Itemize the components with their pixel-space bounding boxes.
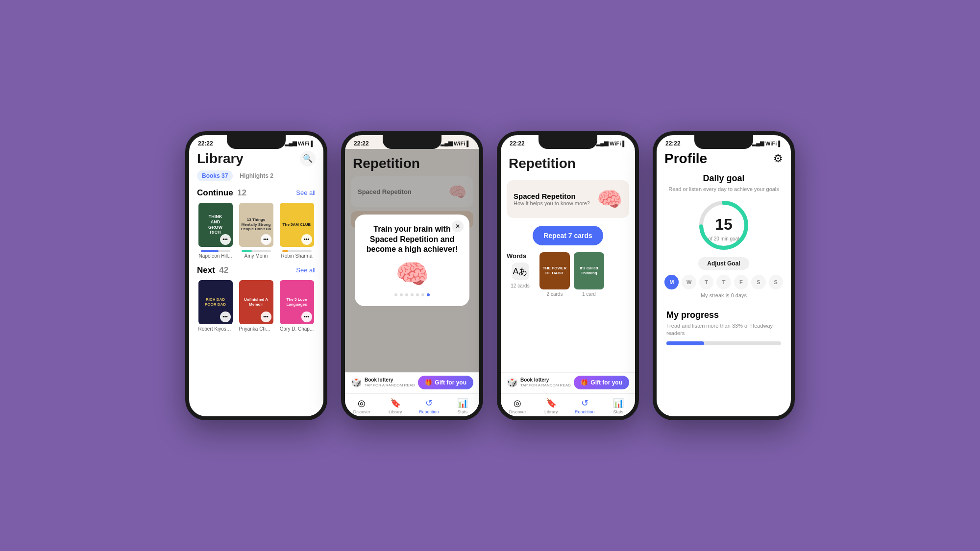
repeat-cards-button[interactable]: Repeat 7 cards bbox=[533, 226, 603, 245]
discover-icon-2: ◎ bbox=[358, 398, 366, 408]
dot-3 bbox=[405, 293, 408, 296]
dot-5 bbox=[416, 293, 419, 296]
repetition-modal-content: Repetition Spaced Repetiton 🧠 Words bbox=[345, 149, 479, 372]
continue-label: Continue bbox=[197, 188, 233, 197]
tab-discover-2[interactable]: ◎ Discover bbox=[349, 398, 374, 414]
tab-stats-3[interactable]: 📊 Stats bbox=[606, 398, 631, 414]
translate-icon: Aあ bbox=[512, 263, 529, 280]
tab-bar-2: ◎ Discover 🔖 Library ↺ Repetition 📊 Stat… bbox=[345, 393, 479, 416]
progress-bar-fill bbox=[666, 341, 704, 345]
discover-icon-3: ◎ bbox=[514, 398, 521, 408]
book-mini-2: It's Called Thinking 1 card bbox=[574, 252, 604, 297]
book-options-6[interactable]: ••• bbox=[301, 311, 312, 322]
profile-title: Profile bbox=[664, 151, 707, 167]
adjust-goal-button[interactable]: Adjust Goal bbox=[698, 257, 749, 270]
signal-icon: ▂▄▆ bbox=[285, 140, 296, 146]
library-title: Library bbox=[197, 151, 244, 167]
book-cover-thinking[interactable]: It's Called Thinking bbox=[574, 252, 604, 289]
status-icons-3: ▂▄▆ WiFi ▌ bbox=[596, 140, 626, 146]
status-time-3: 22:22 bbox=[510, 140, 525, 147]
thinking-book-count: 1 card bbox=[582, 291, 596, 297]
modal-overlay: ✕ Train your brain with Spaced Repetitio… bbox=[345, 149, 479, 372]
goal-current-number: 15 bbox=[715, 215, 733, 233]
search-icon: 🔍 bbox=[303, 154, 313, 163]
battery-icon: ▌ bbox=[311, 141, 315, 146]
modal-close-button[interactable]: ✕ bbox=[452, 220, 464, 232]
words-row: Words Aあ 12 cards THE POWER OF HABIT 2 c… bbox=[507, 252, 629, 297]
tab-library-2[interactable]: 🔖 Library bbox=[383, 398, 408, 414]
book-cover-3[interactable]: The 5AM CLUB ••• bbox=[280, 203, 314, 247]
spaced-rep-title: Spaced Repetiton bbox=[514, 192, 590, 200]
wifi-icon: WiFi bbox=[298, 141, 309, 146]
words-section: Words Aあ 12 cards THE POWER OF HABIT 2 c… bbox=[501, 252, 635, 297]
book-cover-2[interactable]: 13 Things Mentally Strong People Don't D… bbox=[239, 203, 273, 247]
status-time-2: 22:22 bbox=[354, 140, 369, 147]
dot-4 bbox=[411, 293, 414, 296]
lottery-sub-3: TAP FOR A RANDOM READ bbox=[520, 383, 571, 387]
book-cover-habit[interactable]: THE POWER OF HABIT bbox=[539, 252, 570, 289]
gift-label-3: Gift for you bbox=[590, 379, 622, 386]
close-icon: ✕ bbox=[455, 223, 460, 230]
phones-container: 22:22 ▂▄▆ WiFi ▌ Library 🔍 Books 37 High… bbox=[185, 131, 795, 420]
brain-illustration: 🧠 bbox=[597, 187, 622, 211]
book-author-3: Robin Sharma bbox=[280, 253, 314, 259]
continue-books-row: THINKANDGROWRICH ••• Napoleon Hill... 13… bbox=[197, 203, 316, 259]
library-header: Library 🔍 bbox=[197, 151, 316, 167]
day-monday: M bbox=[664, 275, 679, 289]
tab-highlights[interactable]: Highlights 2 bbox=[235, 170, 278, 181]
day-friday: F bbox=[734, 275, 748, 289]
continue-see-all[interactable]: See all bbox=[296, 189, 316, 196]
tab-discover-3[interactable]: ◎ Discover bbox=[505, 398, 530, 414]
progress-bar bbox=[666, 341, 781, 345]
dot-7-active bbox=[427, 293, 430, 296]
tab-repetition-3[interactable]: ↺ Repetition bbox=[572, 398, 597, 414]
goal-of-label: of 20 min goal bbox=[709, 236, 739, 241]
wifi-icon-3: WiFi bbox=[610, 141, 621, 146]
bottom-bar-2: 🎲 Book lottery TAP FOR A RANDOM READ 🎁 G… bbox=[345, 372, 479, 393]
my-progress-section: My progress I read and listen more than … bbox=[664, 310, 783, 345]
signal-icon-2: ▂▄▆ bbox=[441, 140, 452, 146]
tab-discover-label-3: Discover bbox=[509, 409, 526, 414]
book-lottery-widget-3[interactable]: 🎲 Book lottery TAP FOR A RANDOM READ bbox=[507, 377, 571, 388]
continue-count: 12 bbox=[237, 188, 246, 197]
continue-section-header: Continue 12 See all bbox=[197, 188, 316, 198]
gift-button-2[interactable]: 🎁 Gift for you bbox=[418, 376, 473, 389]
phone-notch bbox=[227, 135, 286, 149]
profile-content: Profile ⚙ Daily goal Read or listen ever… bbox=[657, 149, 791, 416]
library-icon-3: 🔖 bbox=[546, 398, 557, 408]
signal-icon-3: ▂▄▆ bbox=[596, 140, 608, 146]
book-options-4[interactable]: ••• bbox=[220, 311, 231, 322]
search-button[interactable]: 🔍 bbox=[300, 151, 316, 167]
book-options-1[interactable]: ••• bbox=[220, 234, 231, 245]
next-see-all[interactable]: See all bbox=[296, 266, 316, 274]
status-time-4: 22:22 bbox=[665, 140, 681, 147]
settings-icon[interactable]: ⚙ bbox=[773, 152, 783, 165]
spaced-rep-banner: Spaced Repetiton How it helps you to kno… bbox=[507, 180, 629, 218]
stats-icon-3: 📊 bbox=[613, 398, 624, 408]
dot-2 bbox=[400, 293, 403, 296]
tab-repetition-label-2: Repetition bbox=[419, 409, 439, 414]
next-books-row: RICH DAD POOR DAD ••• Robert Kiyosaki Un… bbox=[197, 280, 316, 332]
book-cover-1[interactable]: THINKANDGROWRICH ••• bbox=[198, 203, 233, 247]
wifi-icon-2: WiFi bbox=[454, 141, 465, 146]
book-options-3[interactable]: ••• bbox=[301, 234, 312, 245]
tab-books[interactable]: Books 37 bbox=[197, 170, 233, 181]
list-item: The 5AM CLUB ••• Robin Sharma bbox=[278, 203, 315, 259]
modal-title: Train your brain with Spaced Repetition … bbox=[365, 224, 460, 255]
status-icons-4: ▂▄▆ WiFi ▌ bbox=[752, 140, 782, 146]
tab-library-label-3: Library bbox=[544, 409, 558, 414]
tab-repetition-2[interactable]: ↺ Repetition bbox=[416, 398, 441, 414]
book-cover-6[interactable]: The 5 Love Languages ••• bbox=[280, 280, 314, 324]
gift-icon-2: 🎁 bbox=[425, 379, 432, 386]
gift-button-3[interactable]: 🎁 Gift for you bbox=[574, 376, 629, 389]
book-cover-5[interactable]: Unfinished A Memoir ••• bbox=[239, 280, 273, 324]
battery-icon-4: ▌ bbox=[778, 141, 782, 146]
book-lottery-widget-2[interactable]: 🎲 Book lottery TAP FOR A RANDOM READ bbox=[351, 377, 415, 388]
book-options-5[interactable]: ••• bbox=[261, 311, 271, 322]
book-cover-4[interactable]: RICH DAD POOR DAD ••• bbox=[198, 280, 233, 324]
tab-library-3[interactable]: 🔖 Library bbox=[539, 398, 564, 414]
book-options-2[interactable]: ••• bbox=[261, 234, 271, 245]
tab-stats-2[interactable]: 📊 Stats bbox=[450, 398, 475, 414]
phone-notch-4 bbox=[694, 135, 753, 149]
library-content: Library 🔍 Books 37 Highlights 2 Continue… bbox=[189, 149, 323, 416]
